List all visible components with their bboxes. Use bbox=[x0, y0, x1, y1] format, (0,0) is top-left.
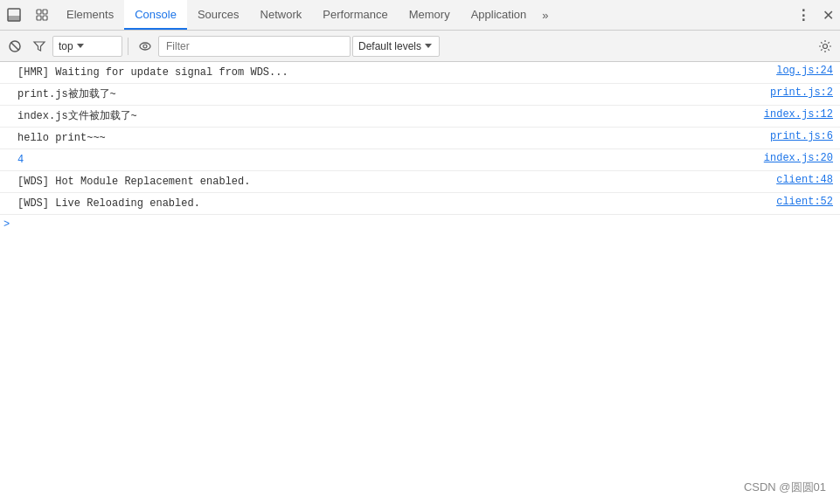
console-input-row: > bbox=[0, 215, 840, 234]
svg-point-9 bbox=[143, 45, 147, 48]
close-devtools-button[interactable]: ✕ bbox=[816, 7, 840, 24]
console-row-text: 4 bbox=[14, 152, 764, 168]
toolbar-separator bbox=[128, 38, 128, 55]
tab-application[interactable]: Application bbox=[461, 0, 538, 30]
console-row-source[interactable]: log.js:24 bbox=[776, 65, 840, 77]
svg-point-8 bbox=[140, 43, 150, 50]
console-row: [WDS] Live Reloading enabled. client:52 bbox=[0, 193, 840, 215]
tab-network[interactable]: Network bbox=[250, 0, 313, 30]
more-tabs-button[interactable]: » bbox=[537, 0, 553, 30]
svg-rect-4 bbox=[37, 16, 41, 20]
levels-selector[interactable]: Default levels bbox=[352, 36, 440, 57]
tab-performance[interactable]: Performance bbox=[312, 0, 398, 30]
tab-elements[interactable]: Elements bbox=[56, 0, 124, 30]
more-options-button[interactable]: ⋮ bbox=[791, 7, 816, 24]
console-row-source[interactable]: index.js:12 bbox=[764, 108, 840, 121]
eye-icon[interactable] bbox=[134, 35, 156, 58]
dock-icon[interactable] bbox=[0, 0, 28, 30]
svg-rect-5 bbox=[43, 16, 47, 20]
console-row: [HMR] Waiting for update signal from WDS… bbox=[0, 62, 840, 84]
tab-bar-actions: ⋮ ✕ bbox=[791, 0, 840, 30]
console-row-source[interactable]: print.js:2 bbox=[770, 86, 840, 99]
svg-rect-2 bbox=[37, 10, 41, 14]
console-row-text: [HMR] Waiting for update signal from WDS… bbox=[14, 65, 776, 80]
tab-console[interactable]: Console bbox=[124, 0, 187, 30]
console-row-text: index.js文件被加载了~ bbox=[14, 108, 764, 124]
console-row-text: [WDS] Live Reloading enabled. bbox=[14, 196, 776, 211]
console-toolbar: top Default levels bbox=[0, 31, 840, 62]
levels-selector-arrow bbox=[425, 44, 432, 48]
watermark: CSDN @圆圆01 bbox=[744, 480, 826, 495]
console-row-text: [WDS] Hot Module Replacement enabled. bbox=[14, 174, 776, 190]
console-row-source[interactable]: client:52 bbox=[776, 196, 840, 208]
svg-line-7 bbox=[11, 42, 19, 50]
console-row-source[interactable]: print.js:6 bbox=[770, 130, 840, 142]
console-row: hello print~~~ print.js:6 bbox=[0, 128, 840, 149]
context-selector-arrow bbox=[77, 44, 84, 48]
context-selector[interactable]: top bbox=[52, 36, 122, 57]
svg-rect-3 bbox=[43, 10, 47, 14]
cursor-icon[interactable] bbox=[28, 0, 56, 30]
console-row: print.js被加载了~ print.js:2 bbox=[0, 84, 840, 106]
console-row: [WDS] Hot Module Replacement enabled. cl… bbox=[0, 171, 840, 193]
filter-input[interactable] bbox=[158, 36, 351, 57]
console-row-text: hello print~~~ bbox=[14, 130, 770, 146]
svg-point-10 bbox=[823, 44, 828, 48]
tab-bar: Elements Console Sources Network Perform… bbox=[0, 0, 840, 31]
console-output: [HMR] Waiting for update signal from WDS… bbox=[0, 62, 840, 504]
console-row-source[interactable]: client:48 bbox=[776, 174, 840, 186]
devtools-panel: Elements Console Sources Network Perform… bbox=[0, 0, 840, 504]
console-prompt-icon: > bbox=[0, 218, 14, 231]
clear-console-button[interactable] bbox=[3, 35, 26, 58]
console-row-text: print.js被加载了~ bbox=[14, 86, 770, 102]
tab-sources[interactable]: Sources bbox=[187, 0, 250, 30]
console-row: 4 index.js:20 bbox=[0, 149, 840, 171]
show-console-button[interactable] bbox=[28, 35, 51, 58]
svg-rect-1 bbox=[8, 16, 20, 21]
tab-memory[interactable]: Memory bbox=[399, 0, 461, 30]
settings-button[interactable] bbox=[814, 35, 837, 58]
console-input[interactable] bbox=[14, 218, 840, 231]
console-row: index.js文件被加载了~ index.js:12 bbox=[0, 106, 840, 128]
console-row-source[interactable]: index.js:20 bbox=[764, 152, 840, 164]
